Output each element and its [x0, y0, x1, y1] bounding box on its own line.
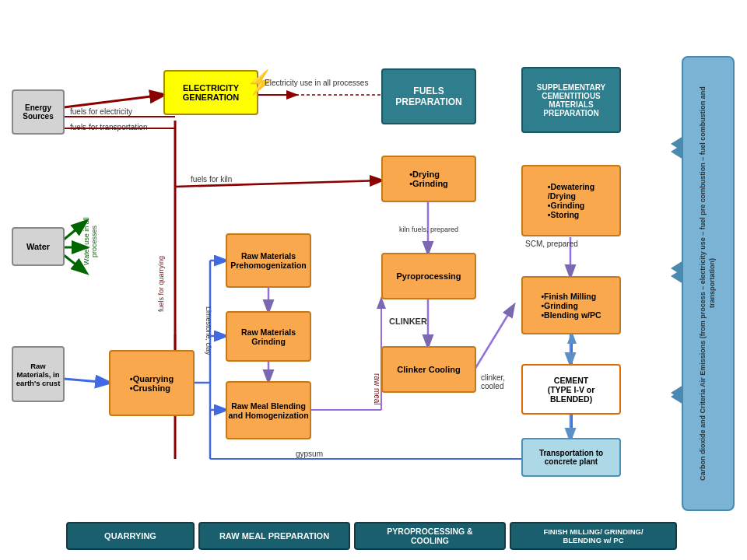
emissions-panel: Carbon dioxide and Criteria Air Emission…	[682, 56, 735, 511]
fuels-drying-box: •Drying•Grinding	[381, 156, 476, 202]
quarrying-box: •Quarrying•Crushing	[109, 350, 195, 416]
clinker-label: CLINKER	[389, 317, 427, 326]
svg-line-9	[64, 379, 109, 383]
prehomogenization-box: Raw Materials Prehomogenization	[226, 233, 311, 288]
raw-meal-label: raw meal	[358, 358, 381, 420]
limestone-clay-label: Limestone, clay	[200, 280, 212, 381]
bottom-finish-milling: FINISH MILLING/ GRINDING/BLENDING w/ PC	[510, 522, 677, 550]
svg-line-21	[475, 306, 514, 369]
kiln-fuels-label: kiln fuels, prepared	[381, 226, 476, 233]
transport-box: Transportation to concrete plant	[521, 438, 621, 477]
cement-box: CEMENT(TYPE I-V orBLENDED)	[521, 364, 621, 415]
water-use-label: Water use in all processes	[82, 202, 95, 280]
svg-line-1	[64, 95, 163, 107]
fuels-kiln-label: fuels for kiln	[191, 175, 232, 184]
finish-milling-box: •Finish Milling•Grinding•Blending w/PC	[521, 276, 621, 334]
bottom-quarrying: QUARRYING	[66, 522, 195, 550]
clinker-cooling-box: Clinker Cooling	[381, 346, 476, 393]
scm-prepared-label: SCM, prepared	[525, 240, 578, 248]
scm-content-box: •Dewatering/Drying•Grinding•Storing	[521, 165, 621, 236]
diagram-container: Energy Sources Water Raw Materials, in e…	[0, 0, 747, 560]
fuels-electricity-label: fuels for electricity	[70, 107, 132, 116]
bottom-pyroprocessing: PYROPROCESSING &COOLING	[354, 522, 506, 550]
clinker-cooled-label: clinker,cooled	[481, 373, 505, 390]
bottom-raw-meal: RAW MEAL PREPARATION	[198, 522, 350, 550]
fuels-quarrying-label: fuels for quarrying	[157, 226, 170, 342]
water-box: Water	[12, 227, 65, 266]
energy-sources-box: Energy Sources	[12, 89, 65, 135]
fuels-preparation-box: FUELSPREPARATION	[381, 68, 476, 124]
raw-materials-grinding-box: Raw Materials Grinding	[226, 311, 311, 362]
gypsum-label: gypsum	[296, 450, 323, 458]
electricity-all-label: Electricity use in all processes	[265, 78, 377, 88]
scm-preparation-box: SUPPLEMENTARYCEMENTITIOUSMATERIALSPREPAR…	[521, 67, 621, 133]
pyroprocessing-box: Pyroprocessing	[381, 253, 476, 299]
electricity-generation-box: ELECTRICITYGENERATION	[163, 70, 258, 115]
fuels-transport-label: fuels for transportation	[70, 123, 148, 131]
raw-meal-blending-box: Raw Meal Blending and Homogenization	[226, 381, 311, 439]
raw-materials-crust-box: Raw Materials, in earth's crust	[12, 346, 65, 402]
